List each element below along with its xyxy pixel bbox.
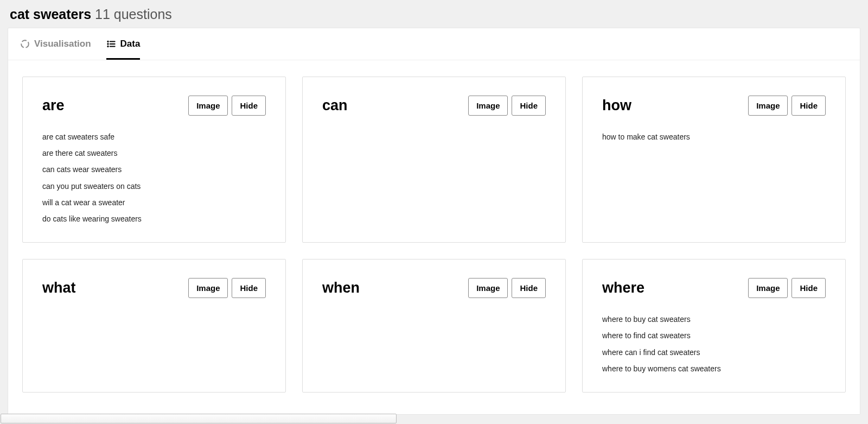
image-button[interactable]: Image [748, 96, 788, 116]
question-list: where to buy cat sweaterswhere to find c… [602, 311, 826, 377]
hide-button[interactable]: Hide [232, 96, 266, 116]
hide-button[interactable]: Hide [232, 278, 266, 298]
card-header: whenImageHide [322, 278, 546, 298]
tab-bar: Visualisation Data [8, 28, 860, 60]
image-button[interactable]: Image [468, 278, 508, 298]
card-actions: ImageHide [188, 278, 266, 298]
list-item[interactable]: where can i find cat sweaters [602, 344, 826, 360]
list-icon [106, 39, 116, 49]
card-what: whatImageHide [22, 259, 286, 393]
card-actions: ImageHide [468, 278, 546, 298]
page-title: cat sweaters 11 questions [10, 7, 858, 22]
card-actions: ImageHide [748, 278, 826, 298]
visualisation-icon [20, 39, 30, 49]
card-grid: areImageHideare cat sweaters safeare the… [8, 60, 860, 414]
hide-button[interactable]: Hide [792, 278, 826, 298]
card-title: how [602, 97, 631, 114]
card-header: canImageHide [322, 96, 546, 116]
list-item[interactable]: are cat sweaters safe [42, 129, 266, 145]
svg-point-6 [107, 46, 108, 47]
card-actions: ImageHide [748, 96, 826, 116]
card-when: whenImageHide [302, 259, 566, 393]
card-where: whereImageHidewhere to buy cat sweatersw… [582, 259, 846, 393]
image-button[interactable]: Image [188, 96, 228, 116]
svg-point-5 [107, 43, 108, 45]
card-how: howImageHidehow to make cat sweaters [582, 77, 846, 243]
list-item[interactable]: are there cat sweaters [42, 145, 266, 161]
question-list: are cat sweaters safeare there cat sweat… [42, 129, 266, 227]
image-button[interactable]: Image [468, 96, 508, 116]
list-item[interactable]: will a cat wear a sweater [42, 194, 266, 211]
card-actions: ImageHide [468, 96, 546, 116]
question-list: how to make cat sweaters [602, 129, 826, 145]
card-can: canImageHide [302, 77, 566, 243]
card-title: what [42, 280, 76, 296]
tab-data-label: Data [120, 39, 141, 49]
svg-point-0 [21, 40, 29, 48]
hide-button[interactable]: Hide [512, 278, 546, 298]
page-header: cat sweaters 11 questions [0, 0, 868, 28]
hide-button[interactable]: Hide [512, 96, 546, 116]
search-term: cat sweaters [10, 7, 91, 22]
list-item[interactable]: do cats like wearing sweaters [42, 211, 266, 227]
svg-point-4 [107, 41, 108, 42]
card-header: areImageHide [42, 96, 266, 116]
list-item[interactable]: how to make cat sweaters [602, 129, 826, 145]
image-button[interactable]: Image [188, 278, 228, 298]
list-item[interactable]: where to buy womens cat sweaters [602, 360, 826, 377]
main-panel: Visualisation Data areImageHideare cat s… [8, 28, 860, 415]
card-header: whereImageHide [602, 278, 826, 298]
list-item[interactable]: where to buy cat sweaters [602, 311, 826, 327]
hide-button[interactable]: Hide [792, 96, 826, 116]
card-title: when [322, 280, 360, 296]
card-header: howImageHide [602, 96, 826, 116]
card-are: areImageHideare cat sweaters safeare the… [22, 77, 286, 243]
card-actions: ImageHide [188, 96, 266, 116]
image-button[interactable]: Image [748, 278, 788, 298]
card-title: can [322, 97, 348, 114]
horizontal-scrollbar[interactable] [1, 414, 397, 423]
card-header: whatImageHide [42, 278, 266, 298]
list-item[interactable]: where to find cat sweaters [602, 327, 826, 344]
tab-data[interactable]: Data [106, 28, 141, 60]
list-item[interactable]: can you put sweaters on cats [42, 178, 266, 194]
list-item[interactable]: can cats wear sweaters [42, 161, 266, 178]
tab-visualisation-label: Visualisation [34, 39, 91, 49]
card-title: where [602, 280, 644, 296]
card-title: are [42, 97, 65, 114]
tab-visualisation[interactable]: Visualisation [20, 28, 91, 60]
question-count: 11 questions [95, 7, 172, 22]
